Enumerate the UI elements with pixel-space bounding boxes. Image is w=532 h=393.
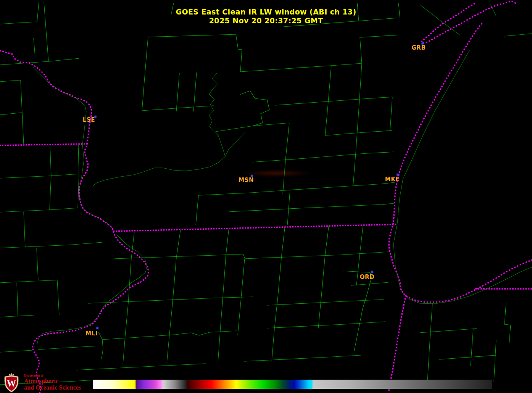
logo-name-line2: and Oceanic Sciences <box>24 385 81 391</box>
uw-crest-icon: W <box>2 373 21 393</box>
lake-michigan-west-shoreline <box>393 24 482 224</box>
station-label-MKE: MKE <box>385 176 400 183</box>
station-label-ORD: ORD <box>360 274 375 280</box>
station-dot-MLI <box>97 327 98 329</box>
title-line2: 2025 Nov 20 20:37:25 GMT <box>0 16 532 25</box>
station-dot-GRB <box>422 43 424 45</box>
logo-text: Department of Atmospheric and Oceanic Sc… <box>24 374 81 391</box>
logo-name-line1: Atmospheric <box>24 378 81 385</box>
logo-dept-label: Department of <box>24 374 81 377</box>
map-overlay <box>0 0 532 393</box>
lake-michigan-south-shoreline <box>389 224 532 302</box>
uw-aos-logo: W Department of Atmospheric and Oceanic … <box>2 373 81 393</box>
station-dot-MSN <box>251 175 253 177</box>
temperature-colorbar <box>93 380 492 389</box>
image-title: GOES East Clean IR LW window (ABI ch 13)… <box>0 8 532 25</box>
uw-monogram: W <box>7 378 16 388</box>
station-label-MSN: MSN <box>239 177 254 184</box>
station-dot-ORD <box>371 271 373 273</box>
station-label-GRB: GRB <box>411 44 426 51</box>
il-in-border <box>389 296 406 393</box>
satellite-image-viewport: GOES East Clean IR LW window (ABI ch 13)… <box>0 0 532 393</box>
station-label-MLI: MLI <box>85 330 98 337</box>
title-line1: GOES East Clean IR LW window (ABI ch 13) <box>0 8 532 16</box>
mn-ia-border <box>0 144 87 145</box>
state-borders <box>0 1 532 393</box>
station-label-LSE: LSE <box>83 116 95 123</box>
wi-il-border <box>114 224 396 231</box>
station-dot-MKE <box>397 174 399 176</box>
mississippi-river-border <box>0 51 148 393</box>
station-dot-LSE <box>95 116 97 118</box>
